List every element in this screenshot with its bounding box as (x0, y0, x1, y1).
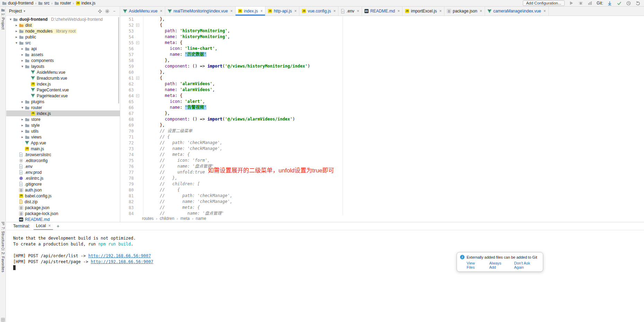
gutter-line[interactable]: 65 (121, 99, 143, 105)
tab-package-json[interactable]: {}package.json× (444, 7, 485, 16)
tree-item[interactable]: ▸node_moduleslibrary root (6, 28, 120, 34)
gutter-line[interactable]: 53 (121, 28, 143, 34)
chevron-right-icon[interactable]: ▸ (20, 123, 25, 127)
close-tab-icon[interactable]: × (333, 9, 336, 14)
tab-realtimemonitoring-index-vue[interactable]: realTimeMonitoring\index.vue× (165, 7, 236, 16)
tab-http-api-js[interactable]: JShttp-api.js× (265, 7, 299, 16)
close-tab-icon[interactable]: × (357, 9, 359, 14)
breadcrumb-item[interactable]: router (54, 1, 71, 6)
tree-item[interactable]: JSindex.js (6, 110, 120, 116)
tree-item[interactable]: ▾duoji-frontendD:\zheheWeb\duoji-fronten… (6, 16, 120, 22)
close-tab-icon[interactable]: × (439, 9, 442, 14)
tree-item[interactable]: ▸api (6, 46, 120, 52)
fold-icon[interactable]: − (134, 94, 141, 97)
chevron-right-icon[interactable]: ▸ (14, 23, 19, 27)
gutter-line[interactable]: 57 (121, 52, 143, 57)
chevron-down-icon[interactable]: ▾ (8, 17, 13, 21)
gutter-line[interactable]: 77 (121, 169, 143, 175)
gutter-line[interactable]: 79 (121, 181, 143, 187)
notification-action[interactable]: Always Add (489, 261, 508, 269)
gutter-line[interactable]: 68 (121, 116, 143, 122)
project-view-selector[interactable]: Project (9, 9, 22, 14)
tree-item[interactable]: dist.zip (6, 199, 120, 205)
tree-item[interactable]: ▸dist (6, 22, 120, 28)
tree-item[interactable]: .gitignore (6, 181, 120, 187)
tree-item[interactable]: ▸store (6, 116, 120, 122)
gutter-line[interactable]: 72 (121, 140, 143, 146)
gutter-line[interactable]: 58 (121, 57, 143, 63)
tree-item[interactable]: App.vue (6, 140, 120, 146)
gutter-line[interactable]: 76 (121, 163, 143, 169)
gutter-line[interactable]: 74 (121, 152, 143, 158)
chevron-right-icon[interactable]: ▸ (14, 35, 19, 39)
fold-icon[interactable]: − (134, 24, 141, 27)
chevron-right-icon[interactable]: ▸ (20, 100, 25, 104)
locate-file-icon[interactable] (97, 8, 103, 14)
tree-item[interactable]: AsideMenu.vue (6, 69, 120, 75)
gutter-line[interactable]: 54 (121, 34, 143, 40)
gutter-line[interactable]: 67 (121, 110, 143, 116)
gutter-line[interactable]: 62 (121, 81, 143, 87)
close-tab-icon[interactable]: × (544, 9, 546, 14)
profiler-icon[interactable] (587, 0, 593, 6)
gutter-line[interactable]: 56 (121, 46, 143, 52)
vcs-update-icon[interactable] (607, 0, 612, 6)
tab-importexcel-js[interactable]: JSimportExcel.js× (403, 7, 444, 16)
close-tab-icon[interactable]: × (397, 9, 400, 14)
code-breadcrumb-item[interactable]: meta (180, 216, 190, 221)
gutter-line[interactable]: 75 (121, 158, 143, 163)
project-tree-scrollbar[interactable] (118, 17, 119, 104)
fold-icon[interactable]: − (134, 77, 141, 80)
close-tab-icon[interactable]: × (260, 9, 263, 14)
tree-item[interactable]: ▾router (6, 105, 120, 110)
notification-action[interactable]: View Files (467, 261, 483, 269)
tree-item[interactable]: {}package.json (6, 205, 120, 211)
settings-gear-icon[interactable] (104, 8, 110, 14)
tree-item[interactable]: .editorconfig (6, 158, 120, 163)
close-tab-icon[interactable]: × (48, 223, 51, 228)
hide-panel-icon[interactable]: − (112, 8, 117, 14)
gutter-line[interactable]: 64− (121, 93, 143, 99)
terminal-link[interactable]: http://192.168.66.56:9007 (88, 253, 151, 258)
chevron-right-icon[interactable]: ▸ (20, 53, 25, 56)
tree-item[interactable]: ▸style (6, 122, 120, 128)
tree-item[interactable]: PageContent.vue (6, 87, 120, 93)
tab-index-js[interactable]: JSindex.js× (236, 7, 266, 16)
breadcrumb-item[interactable]: JSindex.js (76, 1, 96, 6)
tab--env[interactable]: .env× (338, 7, 362, 16)
chevron-right-icon[interactable]: ▸ (20, 135, 25, 139)
vcs-history-icon[interactable] (626, 0, 631, 6)
toolwindow-button-favorites[interactable]: 2: Favorites (0, 247, 6, 272)
tab-readme-md[interactable]: MDREADME.md× (362, 7, 403, 16)
tree-item[interactable]: ▸utils (6, 128, 120, 134)
chevron-down-icon[interactable]: ▾ (20, 106, 25, 109)
tree-item[interactable]: ▸components (6, 57, 120, 63)
tree-item[interactable]: ▸assets (6, 52, 120, 57)
chevron-right-icon[interactable]: ▸ (20, 47, 25, 51)
code-breadcrumb-item[interactable]: children (160, 216, 174, 221)
gutter-line[interactable]: 55− (121, 40, 143, 46)
gutter-line[interactable]: 81 (121, 193, 143, 199)
gutter-line[interactable]: 66 (121, 105, 143, 110)
code-breadcrumb-item[interactable]: routes (142, 216, 153, 221)
tree-item[interactable]: {}package-lock.json (6, 211, 120, 216)
tree-item[interactable]: .env (6, 163, 120, 169)
toolwindow-button-structure[interactable]: 7: Structure (0, 222, 6, 247)
gutter-line[interactable]: 52− (121, 22, 143, 28)
tree-item[interactable]: ▾src (6, 40, 120, 46)
toolwindow-button-project[interactable]: 1: Project (0, 8, 6, 29)
chevron-right-icon[interactable]: ▸ (20, 59, 25, 62)
gutter-line[interactable]: 83 (121, 205, 143, 211)
debug-icon[interactable] (578, 0, 583, 6)
gutter-line[interactable]: 84 (121, 211, 143, 215)
gutter-line[interactable]: 59 (121, 63, 143, 69)
tree-item[interactable]: .env.prod (6, 169, 120, 175)
vcs-commit-icon[interactable] (616, 0, 622, 6)
gutter-line[interactable]: 63 (121, 87, 143, 93)
new-terminal-session-icon[interactable]: + (56, 224, 59, 229)
tree-item[interactable]: {}auth.json (6, 187, 120, 193)
terminal-tab-local[interactable]: Local × (34, 223, 53, 230)
gutter-line[interactable]: 73 (121, 146, 143, 152)
tree-item[interactable]: JSmain.js (6, 146, 120, 152)
breadcrumb-item[interactable]: src (38, 1, 50, 6)
